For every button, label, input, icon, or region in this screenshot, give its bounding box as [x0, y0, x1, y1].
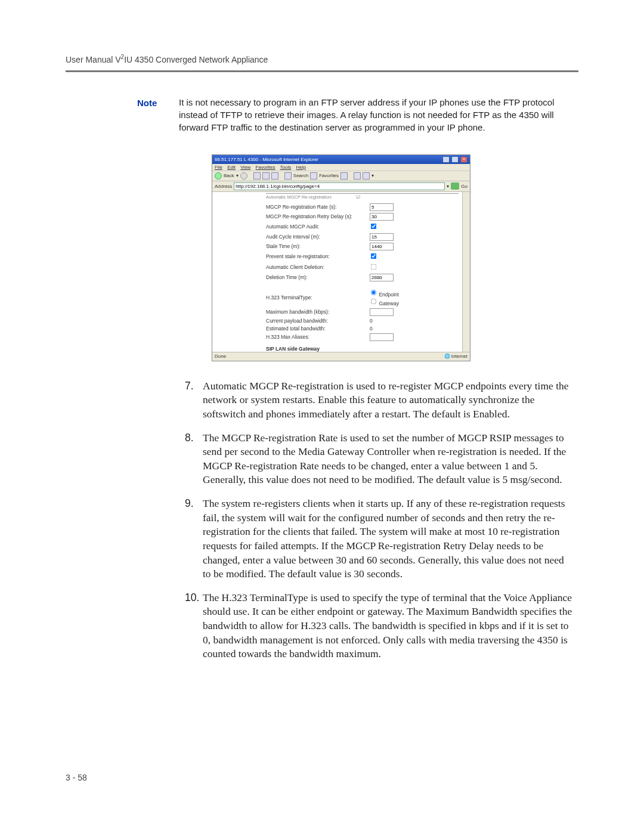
list-item: 8.The MGCP Re-registration Rate is used … [185, 431, 572, 488]
item-number: 10. [185, 591, 203, 661]
status-right: Internet [451, 354, 467, 359]
truncated-check: ☑ [356, 194, 360, 200]
page-footer: 3 - 58 [66, 773, 87, 782]
item-number: 9. [185, 497, 203, 581]
ie-window-title: 66.51.177.51 L 4300 - Microsoft Internet… [215, 157, 318, 162]
autodel-checkbox[interactable] [371, 264, 377, 270]
menu-tools[interactable]: Tools [280, 165, 292, 170]
rate-input[interactable] [370, 203, 394, 211]
search-label[interactable]: Search [293, 173, 308, 178]
ie-menu-bar: File Edit View Favorites Tools Help [212, 164, 470, 171]
stale-input[interactable] [370, 243, 394, 250]
curbw-label: Current payload bandwidth: [266, 318, 370, 324]
audit-label: Automatic MGCP Audit: [266, 224, 370, 230]
maxalias-input[interactable] [370, 333, 394, 341]
ie-window: 66.51.177.51 L 4300 - Microsoft Internet… [212, 154, 470, 361]
prevent-checkbox[interactable] [371, 253, 377, 259]
menu-file[interactable]: File [215, 165, 222, 170]
stop-icon[interactable] [253, 172, 261, 179]
print-icon[interactable] [363, 172, 370, 179]
header-suffix: IU 4350 Converged Network Appliance [124, 55, 268, 64]
address-input[interactable] [234, 182, 445, 190]
item-text: The H.323 TerminalType is used to specif… [203, 591, 572, 661]
list-item: 9.The system re-registers clients when i… [185, 497, 572, 581]
retry-label: MGCP Re-registration Retry Delay (s): [266, 213, 370, 219]
maxbw-input[interactable] [370, 308, 394, 316]
close-icon[interactable]: × [460, 156, 467, 163]
estbw-label: Estimated total bandwidth: [266, 326, 370, 332]
prevent-label: Prevent stale re-registration: [266, 253, 370, 259]
address-label: Address [215, 184, 232, 189]
list-item: 10.The H.323 TerminalType is used to spe… [185, 591, 572, 661]
audit-checkbox[interactable] [371, 223, 377, 229]
terminal-label: H.323 TerminalType: [266, 295, 370, 301]
deltime-input[interactable] [370, 274, 394, 281]
stale-label: Stale Time (m): [266, 243, 370, 249]
list-item: 7.Automatic MGCP Re-registration is used… [185, 379, 572, 422]
go-label[interactable]: Go [461, 184, 467, 189]
ie-status-bar: Done 🌐 Internet [212, 352, 470, 361]
truncated-row: Automatic MGCP Re-registration: ☑ [266, 193, 459, 202]
item-number: 8. [185, 431, 203, 488]
minimize-icon[interactable]: _ [442, 156, 450, 163]
back-label[interactable]: Back [224, 173, 234, 178]
item-text: The MGCP Re-registration Rate is used to… [203, 431, 572, 488]
numbered-list: 7.Automatic MGCP Re-registration is used… [185, 379, 572, 661]
truncated-label: Automatic MGCP Re-registration: [266, 194, 332, 200]
note-text: It is not necessary to program in an FTP… [179, 96, 578, 134]
menu-edit[interactable]: Edit [227, 165, 236, 170]
favorites-icon[interactable] [310, 172, 317, 179]
home-icon[interactable] [271, 172, 278, 179]
curbw-value: 0 [370, 318, 373, 324]
back-icon[interactable] [215, 172, 222, 179]
cycle-label: Audit Cycle Interval (m): [266, 234, 370, 240]
refresh-icon[interactable] [262, 172, 270, 179]
screenshot-figure: 66.51.177.51 L 4300 - Microsoft Internet… [212, 154, 578, 361]
estbw-value: 0 [370, 326, 373, 332]
terminal-gateway-radio[interactable] [371, 298, 377, 304]
maxbw-label: Maximum bandwidth (kbps): [266, 309, 370, 315]
terminal-endpoint-radio[interactable] [371, 289, 377, 295]
rate-label: MGCP Re-registration Rate (s): [266, 204, 370, 210]
note-label: Note [137, 96, 179, 134]
sip-section-head: SIP LAN side Gateway [266, 346, 459, 352]
favorites-label[interactable]: Favorites [319, 173, 339, 178]
header-rule [66, 70, 578, 72]
mail-icon[interactable] [354, 172, 361, 179]
ie-content: Automatic MGCP Re-registration: ☑ MGCP R… [266, 192, 462, 356]
item-number: 7. [185, 379, 203, 422]
media-icon[interactable] [340, 172, 348, 179]
forward-icon[interactable] [240, 172, 247, 179]
go-button[interactable] [451, 182, 459, 190]
status-left: Done [215, 354, 226, 359]
ie-address-bar: Address ▾ Go [212, 181, 470, 192]
autodel-label: Automatic Client Deletion: [266, 264, 370, 270]
terminal-endpoint-label: Endpoint [379, 292, 399, 298]
window-buttons: _ □ × [442, 156, 467, 163]
header-prefix: User Manual V [66, 55, 121, 64]
note-block: Note It is not necessary to program in a… [137, 96, 578, 134]
menu-favorites[interactable]: Favorites [256, 165, 275, 170]
maximize-icon[interactable]: □ [451, 156, 459, 163]
search-icon[interactable] [284, 172, 292, 179]
retry-input[interactable] [370, 213, 394, 221]
menu-view[interactable]: View [240, 165, 250, 170]
item-text: The system re-registers clients when it … [203, 497, 572, 581]
menu-help[interactable]: Help [296, 165, 306, 170]
ie-left-nav [212, 192, 266, 356]
running-header: User Manual V2IU 4350 Converged Network … [66, 54, 578, 70]
ie-titlebar: 66.51.177.51 L 4300 - Microsoft Internet… [212, 155, 470, 164]
cycle-input[interactable] [370, 233, 394, 241]
scrollbar[interactable] [462, 192, 470, 356]
deltime-label: Deletion Time (m): [266, 274, 370, 280]
terminal-gateway-label: Gateway [379, 301, 399, 306]
item-text: Automatic MGCP Re-registration is used t… [203, 379, 572, 422]
ie-toolbar: Back ▾ Search Favorites ▾ [212, 171, 470, 181]
maxalias-label: H.323 Max Aliases: [266, 334, 370, 340]
